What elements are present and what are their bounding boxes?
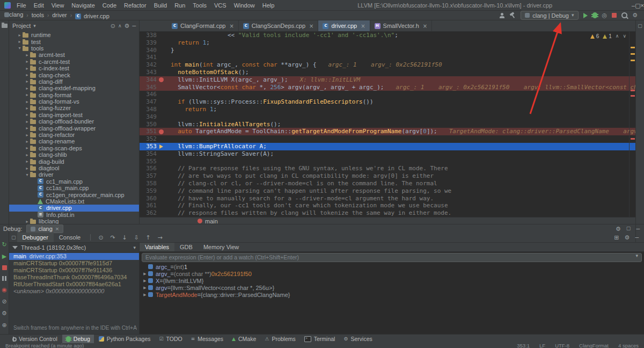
code-line[interactable]: 352 [140, 135, 636, 143]
variable-row[interactable]: argc_ = (int) 1 [140, 263, 644, 270]
breadcrumb-item[interactable]: clang [3, 11, 24, 18]
error-stripe-mark[interactable] [631, 95, 635, 97]
status-item[interactable]: 4 spaces [618, 343, 639, 348]
collapse-all-icon[interactable]: ∧ [118, 24, 122, 28]
tree-item-CMakeLists.txt[interactable]: CMakeLists.txt [9, 198, 139, 205]
code-line[interactable]: 353 llvm::BumpPtrAllocator A; [140, 143, 636, 150]
chevron-right-icon[interactable]: ▸ [24, 92, 30, 97]
line-gutter[interactable]: 344 [140, 76, 166, 84]
evaluate-expression-input[interactable]: Evaluate expression (Enter) or add a wat… [142, 253, 642, 262]
line-gutter[interactable]: 347 [140, 98, 166, 106]
menu-refactor[interactable]: Refactor [120, 2, 150, 9]
tree-item-test[interactable]: ▸test [9, 38, 139, 45]
stack-frame[interactable]: <unknown> 0x0000000000000000 [9, 288, 139, 295]
code-line[interactable]: 338 << "Valid tools include '-cc1' and '… [140, 32, 636, 39]
tree-item-cc1as_main.cpp[interactable]: cc1as_main.cpp [9, 185, 139, 191]
variables-tab-memory-view[interactable]: Memory View [198, 243, 244, 251]
line-gutter[interactable]: 352 [140, 135, 166, 143]
chevron-right-icon[interactable]: ▸ [24, 219, 30, 224]
run-to-cursor-icon[interactable]: → [154, 235, 166, 241]
tree-item-diagtool[interactable]: ▸diagtool [9, 165, 139, 171]
menu-help[interactable]: Help [259, 2, 279, 9]
chevron-right-icon[interactable]: ▸ [24, 99, 30, 104]
code-line[interactable]: 339 return 1; [140, 39, 636, 47]
window-maximize-button[interactable]: ▢ [635, 2, 640, 9]
tree-item-cc1_main.cpp[interactable]: cc1_main.cpp [9, 178, 139, 185]
chevron-right-icon[interactable]: ▸ [24, 126, 30, 130]
menu-file[interactable]: File [13, 2, 30, 9]
debug-session-tab[interactable]: clang × [26, 224, 63, 233]
close-tab-icon[interactable]: × [423, 23, 427, 29]
code-line[interactable]: 358 // clang-cl or cl, or --driver-mode=… [140, 180, 636, 187]
chevron-right-icon[interactable]: ▸ [24, 139, 30, 144]
line-gutter[interactable]: 346 [140, 91, 166, 98]
toolwindow-button-services[interactable]: ⚙Services [340, 335, 376, 343]
tree-item-clang-import-test[interactable]: ▸clang-import-test [9, 112, 139, 118]
build-hammer-icon[interactable] [509, 12, 516, 18]
tree-item-clang-rename[interactable]: ▸clang-rename [9, 138, 139, 144]
toolwindow-button-terminal[interactable]: Terminal [301, 335, 339, 343]
line-gutter[interactable]: 341 [140, 54, 166, 61]
code-line[interactable]: 355 [140, 158, 636, 165]
evaluate-icon[interactable]: ⊞ [614, 235, 619, 241]
collaborate-user-icon[interactable] [500, 13, 504, 18]
history-chevron-icon[interactable]: ▾ [635, 253, 638, 262]
code-line[interactable]: 362 // response files written by clang w… [140, 209, 636, 217]
inspection-count[interactable]: 6 [590, 33, 599, 39]
force-step-into-icon[interactable]: ⇩ [130, 235, 142, 241]
expand-chevron-icon[interactable]: ▶ [142, 293, 148, 297]
run-button-icon[interactable] [583, 13, 588, 18]
tree-item-clang-diff[interactable]: ▸clang-diff [9, 78, 139, 85]
tree-item-clang-offload-bundler[interactable]: ▸clang-offload-bundler [9, 118, 139, 125]
line-gutter[interactable]: 361 [140, 202, 166, 209]
code-line[interactable]: 356 // Parse response files using the GN… [140, 165, 636, 172]
debug-button-icon[interactable] [592, 12, 597, 18]
locate-icon[interactable]: ⊙ [111, 23, 115, 29]
prev-warning-icon[interactable]: ∧ [616, 34, 619, 39]
chevron-right-icon[interactable]: ▸ [24, 119, 30, 124]
expand-chevron-icon[interactable]: ▶ [142, 279, 148, 283]
filter-funnel-icon[interactable] [12, 246, 18, 249]
mute-breakpoints-icon[interactable]: ⊘ [2, 299, 6, 305]
chevron-right-icon[interactable]: ▸ [17, 39, 23, 44]
variables-tab-variables[interactable]: Variables [140, 243, 174, 251]
code-line[interactable]: 343 noteBottomOfStack(); [140, 69, 636, 76]
pause-icon[interactable] [2, 276, 6, 281]
code-line[interactable]: 359 // command line parsing can't happen… [140, 187, 636, 195]
chevron-right-icon[interactable]: ▸ [24, 66, 30, 71]
error-stripe-mark[interactable] [631, 90, 635, 91]
line-gutter[interactable]: 360 [140, 195, 166, 202]
expand-chevron-icon[interactable]: ▶ [142, 272, 148, 276]
line-gutter[interactable]: 348 [140, 106, 166, 113]
status-item[interactable]: 353:1 [517, 343, 530, 348]
code-line[interactable]: 342int main(int argc_, const char **argv… [140, 61, 636, 69]
code-line[interactable]: 349 [140, 113, 636, 121]
tree-item-clang-fuzzer[interactable]: ▸clang-fuzzer [9, 105, 139, 111]
restore-layout-icon[interactable]: ▢ [11, 235, 16, 240]
code-line[interactable]: 345 SmallVector<const char *, 256> argv(… [140, 84, 636, 91]
tree-item-clang-refactor[interactable]: ▸clang-refactor [9, 132, 139, 138]
tree-item-c-arcmt-test[interactable]: ▸c-arcmt-test [9, 59, 139, 65]
stack-frame[interactable]: mainCRTStartup 0x00007ff7fe9115d7 [9, 260, 139, 267]
tree-item-clang-format-vs[interactable]: ▸clang-format-vs [9, 98, 139, 105]
stop-button-icon[interactable] [612, 13, 617, 18]
tree-item-c-index-test[interactable]: ▸c-index-test [9, 65, 139, 71]
code-editor[interactable]: 338 << "Valid tools include '-cc1' and '… [140, 32, 636, 217]
toolwindow-button-problems[interactable]: ⚠Problems [261, 335, 299, 343]
toolwindow-button-python-packages[interactable]: Python Packages [95, 335, 155, 343]
error-stripe-mark[interactable] [631, 60, 635, 61]
chevron-right-icon[interactable]: ▸ [24, 59, 30, 64]
line-gutter[interactable]: 357 [140, 172, 166, 180]
chevron-right-icon[interactable]: ▸ [17, 33, 23, 38]
hide-panel-icon[interactable]: ─ [635, 235, 639, 241]
code-line[interactable]: 351 auto TargetAndMode = ToolChain::getT… [140, 128, 636, 135]
code-line[interactable]: 360 // have to manually search for a --d… [140, 195, 636, 202]
status-item[interactable]: UTF-8 [555, 343, 569, 348]
error-stripe-mark[interactable] [631, 47, 635, 48]
gear-icon[interactable]: ⚙ [625, 235, 630, 241]
window-close-button[interactable]: × [641, 2, 644, 9]
menu-edit[interactable]: Edit [30, 2, 48, 9]
toolwindow-button-messages[interactable]: ≡Messages [187, 335, 227, 343]
editor-tab-driver.cpp[interactable]: driver.cpp× [318, 20, 370, 31]
line-gutter[interactable]: 343 [140, 69, 166, 76]
